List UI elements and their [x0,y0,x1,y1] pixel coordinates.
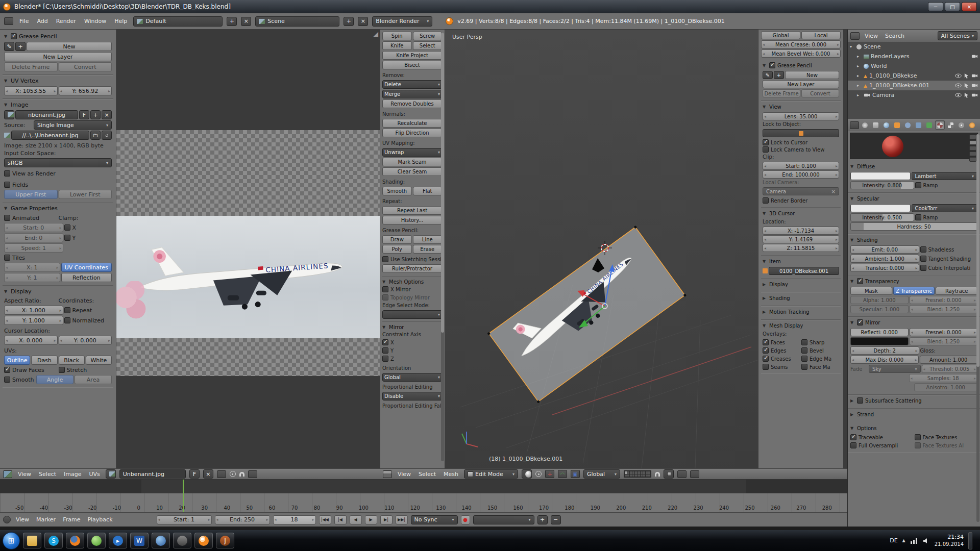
transparency-specular-slider[interactable]: Specular: 1.000 [850,305,909,313]
clip-end-field[interactable]: End: 1000.000 [763,170,839,179]
gp-new-layer-button[interactable]: New Layer [763,80,839,88]
tray-expand-icon[interactable]: ▲ [902,538,905,543]
uv-pivot-icon[interactable] [230,471,236,477]
timeline-menu-item[interactable]: Marker [34,516,58,523]
panel-title[interactable]: Strand [857,412,874,417]
panel-title[interactable]: UV Vertex [11,78,38,84]
outliner-row-mesh1[interactable]: ▸ ▲ 1_0100_DBkekse [848,71,980,81]
tiles-y-field[interactable]: Y: 1 [4,273,60,282]
cursor-z-field[interactable]: Z: 11.5815 [763,244,839,252]
specular-shader-dropdown[interactable]: CookTorr [912,204,978,212]
mean-crease-field[interactable]: Mean Crease: 0.000 [761,40,841,48]
emit-field[interactable]: Emit: 0.00 [850,245,919,254]
uv-black-button[interactable]: Black [59,356,85,365]
tiles-x-field[interactable]: X: 1 [4,263,60,272]
sharp-checkbox[interactable]: Sharp [801,339,839,346]
layers-widget[interactable] [624,470,651,478]
clock[interactable]: 21:3421.09.2014 [935,534,964,548]
uv-coordinates-button[interactable]: UV Coordinates [61,263,112,272]
faces-checkbox[interactable]: Faces [763,339,800,346]
screw-button[interactable]: Screw [413,32,443,40]
unwrap-dropdown[interactable]: Unwrap [382,148,442,157]
orientation-dropdown[interactable]: Global [382,373,442,382]
gloss-anisotropic-slider[interactable]: Anisotro: 1.000 [914,383,978,391]
uv-header-menu-item[interactable]: Image [62,471,83,478]
pencil-icon[interactable]: ✎ [4,42,14,51]
manipulator-scale-icon[interactable]: ▣ [571,470,580,478]
transparency-blend-field[interactable]: Blend: 1.250 [910,305,978,313]
uv-header-menu-item[interactable]: UVs [87,471,102,478]
seams-checkbox[interactable]: Seams [763,363,800,370]
outliner-editor-icon[interactable] [850,32,860,40]
opengl-render-anim-icon[interactable] [690,470,699,478]
clip-start-field[interactable]: Start: 0.100 [763,162,839,170]
view3d-editor-icon[interactable] [383,470,392,478]
taskbar-word-icon[interactable]: W [130,533,149,548]
uv-draw-type-icon[interactable] [248,470,257,478]
checkbox[interactable] [769,62,775,68]
tiles-checkbox[interactable]: Tiles [4,254,58,262]
taskbar-folder-icon[interactable] [23,533,41,548]
knife-select-button[interactable]: Select [413,41,443,50]
textured-plane-object[interactable] [487,226,687,404]
panel-title[interactable]: Subsurface Scattering [865,398,922,404]
timeline-ruler[interactable]: -50-40-30-20-100102030405060708090100110… [0,493,847,512]
selectable-arrow-icon[interactable] [963,92,970,98]
lock-camera-checkbox[interactable]: Lock Camera to View [763,146,839,153]
specular-intensity-slider[interactable]: Intensity: 0.500 [850,213,914,221]
outliner-row-scene[interactable]: ▾ Scene [848,42,980,52]
lock-to-cursor-checkbox[interactable]: Lock to Cursor [763,139,839,146]
mirror-fresnel-field[interactable]: Fresnel: 0.000 [910,328,978,336]
selectable-arrow-icon[interactable] [963,73,970,79]
panel-title[interactable]: Mesh Display [769,323,803,329]
lens-field[interactable]: Lens: 35.000 [763,112,839,120]
uv-header-menu-item[interactable]: View [16,471,33,478]
tab-texture-icon[interactable] [946,120,955,130]
scene-selector[interactable]: Scene [255,16,339,27]
fade-to-dropdown[interactable]: Sky [869,365,921,373]
mask-button[interactable]: Mask [850,287,892,295]
panel-title[interactable]: Specular [857,196,879,202]
panel-title[interactable]: Display [11,288,32,295]
panel-title[interactable]: Options [857,425,877,431]
taskbar-tools-icon[interactable] [173,533,191,548]
gp-convert-button[interactable]: Convert [59,62,112,71]
preview-cube-icon[interactable] [969,146,976,151]
smooth-checkbox[interactable]: Smooth [4,375,35,384]
delete-dropdown[interactable]: Delete [382,80,442,89]
x-mirror-checkbox[interactable]: X Mirror [382,285,442,293]
checkbox[interactable] [857,278,863,284]
add-pencil-button[interactable]: + [15,42,26,51]
view3d-menu-item[interactable]: Select [416,471,438,478]
gp-line-button[interactable]: Line [413,235,443,244]
colorspace-dropdown[interactable]: sRGB [4,158,112,167]
gp-delete-frame-button[interactable]: Delete Frame [4,62,58,71]
opengl-render-icon[interactable] [677,470,687,478]
preview-sphere-icon[interactable] [969,140,976,145]
creases-checkbox[interactable]: Creases [763,355,800,362]
keying-set-dropdown[interactable] [473,515,534,524]
panel-title[interactable]: View [769,104,781,110]
fields-checkbox[interactable]: Fields [4,181,112,189]
checkbox[interactable] [857,319,863,325]
add-scene-button[interactable]: + [344,17,354,26]
tool-shelf-scrollbar[interactable] [441,33,444,461]
image-browse-icon[interactable] [106,469,116,479]
visibility-eye-icon[interactable] [955,83,962,88]
diffuse-shader-dropdown[interactable]: Lambert [912,172,978,180]
unlink-image-button[interactable]: × [203,469,213,479]
lock-object-field[interactable] [763,129,839,137]
panel-title[interactable]: Shading [769,295,790,301]
panel-title[interactable]: 3D Cursor [769,211,795,216]
uv-dash-button[interactable]: Dash [31,356,57,365]
preview-monkey-icon[interactable] [969,152,976,156]
tab-scene-icon[interactable] [871,120,880,130]
repeat-checkbox[interactable]: Repeat [64,306,112,314]
panel-title[interactable]: Diffuse [857,164,875,169]
cubic-interpolation-checkbox[interactable]: Cubic Interpolati [920,264,978,271]
panel-title[interactable]: Mirror [865,320,880,325]
pivot-center-icon[interactable] [535,471,542,477]
transport-button[interactable]: ▶ [365,515,377,524]
add-layout-button[interactable]: + [227,17,237,26]
open-file-icon[interactable]: 🗀 [90,131,101,140]
